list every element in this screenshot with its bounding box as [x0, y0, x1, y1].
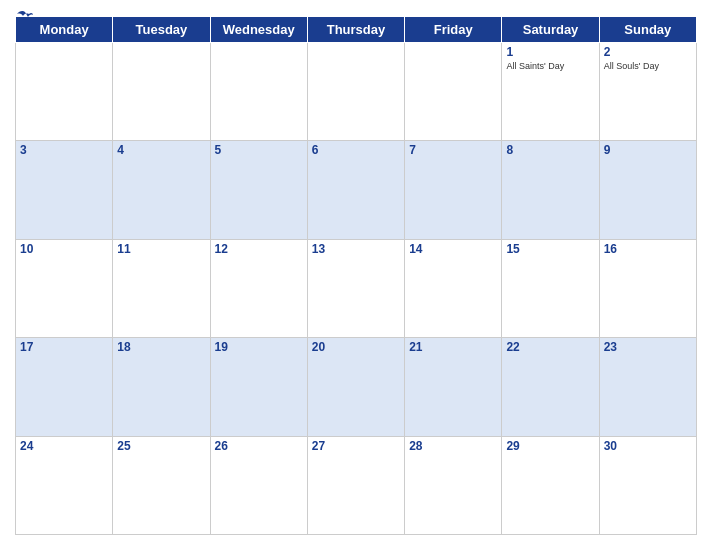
day-number: 1 — [506, 45, 594, 59]
calendar-cell: 8 — [502, 141, 599, 239]
day-number: 15 — [506, 242, 594, 256]
day-number: 21 — [409, 340, 497, 354]
day-number: 25 — [117, 439, 205, 453]
day-number: 11 — [117, 242, 205, 256]
day-number: 12 — [215, 242, 303, 256]
day-number: 23 — [604, 340, 692, 354]
calendar-table: MondayTuesdayWednesdayThursdayFridaySatu… — [15, 16, 697, 535]
calendar-week-row: 10111213141516 — [16, 239, 697, 337]
calendar-cell: 11 — [113, 239, 210, 337]
calendar-cell: 9 — [599, 141, 696, 239]
weekday-header-thursday: Thursday — [307, 17, 404, 43]
calendar-cell — [405, 43, 502, 141]
day-number: 26 — [215, 439, 303, 453]
calendar-cell: 26 — [210, 436, 307, 534]
calendar-cell: 20 — [307, 338, 404, 436]
calendar-cell: 1All Saints' Day — [502, 43, 599, 141]
calendar-cell: 10 — [16, 239, 113, 337]
calendar-cell: 27 — [307, 436, 404, 534]
calendar-cell — [210, 43, 307, 141]
day-number: 6 — [312, 143, 400, 157]
day-number: 3 — [20, 143, 108, 157]
day-number: 27 — [312, 439, 400, 453]
day-number: 14 — [409, 242, 497, 256]
day-number: 9 — [604, 143, 692, 157]
day-number: 19 — [215, 340, 303, 354]
day-number: 29 — [506, 439, 594, 453]
holiday-label: All Souls' Day — [604, 61, 692, 72]
calendar-cell — [113, 43, 210, 141]
calendar-cell: 29 — [502, 436, 599, 534]
holiday-label: All Saints' Day — [506, 61, 594, 72]
weekday-header-friday: Friday — [405, 17, 502, 43]
calendar-cell: 7 — [405, 141, 502, 239]
day-number: 10 — [20, 242, 108, 256]
calendar-cell: 21 — [405, 338, 502, 436]
logo — [15, 10, 33, 22]
day-number: 7 — [409, 143, 497, 157]
calendar-week-row: 17181920212223 — [16, 338, 697, 436]
calendar-cell: 14 — [405, 239, 502, 337]
day-number: 24 — [20, 439, 108, 453]
calendar-cell: 15 — [502, 239, 599, 337]
day-number: 20 — [312, 340, 400, 354]
calendar-cell: 23 — [599, 338, 696, 436]
weekday-header-tuesday: Tuesday — [113, 17, 210, 43]
weekday-header-wednesday: Wednesday — [210, 17, 307, 43]
day-number: 16 — [604, 242, 692, 256]
calendar-cell: 4 — [113, 141, 210, 239]
day-number: 8 — [506, 143, 594, 157]
calendar-cell: 25 — [113, 436, 210, 534]
weekday-header-sunday: Sunday — [599, 17, 696, 43]
calendar-cell: 2All Souls' Day — [599, 43, 696, 141]
day-number: 2 — [604, 45, 692, 59]
calendar-cell: 5 — [210, 141, 307, 239]
calendar-cell: 28 — [405, 436, 502, 534]
weekday-header-saturday: Saturday — [502, 17, 599, 43]
calendar-cell: 16 — [599, 239, 696, 337]
weekday-header-row: MondayTuesdayWednesdayThursdayFridaySatu… — [16, 17, 697, 43]
calendar-week-row: 1All Saints' Day2All Souls' Day — [16, 43, 697, 141]
calendar-cell: 6 — [307, 141, 404, 239]
calendar-cell — [16, 43, 113, 141]
calendar-week-row: 3456789 — [16, 141, 697, 239]
calendar-cell: 18 — [113, 338, 210, 436]
calendar-cell: 13 — [307, 239, 404, 337]
day-number: 13 — [312, 242, 400, 256]
day-number: 30 — [604, 439, 692, 453]
calendar-week-row: 24252627282930 — [16, 436, 697, 534]
day-number: 17 — [20, 340, 108, 354]
calendar-cell: 30 — [599, 436, 696, 534]
calendar-cell: 3 — [16, 141, 113, 239]
day-number: 4 — [117, 143, 205, 157]
calendar-cell: 22 — [502, 338, 599, 436]
day-number: 22 — [506, 340, 594, 354]
calendar-cell: 19 — [210, 338, 307, 436]
calendar-cell: 12 — [210, 239, 307, 337]
calendar-cell: 17 — [16, 338, 113, 436]
calendar-cell: 24 — [16, 436, 113, 534]
calendar-cell — [307, 43, 404, 141]
day-number: 18 — [117, 340, 205, 354]
day-number: 5 — [215, 143, 303, 157]
day-number: 28 — [409, 439, 497, 453]
logo-bird-icon — [17, 10, 33, 22]
